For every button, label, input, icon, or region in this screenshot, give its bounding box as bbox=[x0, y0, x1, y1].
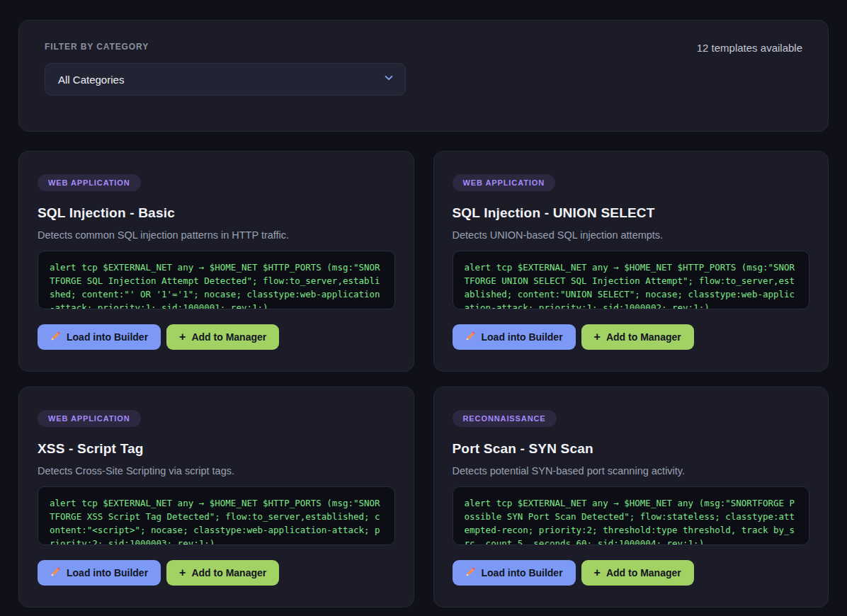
add-to-manager-label: Add to Manager bbox=[191, 331, 266, 343]
template-card-grid: WEB APPLICATION SQL Injection - Basic De… bbox=[18, 151, 829, 608]
rule-code-block: alert tcp $EXTERNAL_NET any → $HOME_NET … bbox=[38, 486, 395, 545]
load-into-builder-label: Load into Builder bbox=[482, 331, 563, 343]
pencil-icon bbox=[50, 331, 61, 343]
template-title: SQL Injection - Basic bbox=[38, 205, 395, 221]
template-description: Detects UNION-based SQL injection attemp… bbox=[453, 229, 810, 241]
category-badge: WEB APPLICATION bbox=[453, 174, 556, 191]
template-library-page: FILTER BY CATEGORY 12 templates availabl… bbox=[0, 0, 847, 608]
add-to-manager-button[interactable]: + Add to Manager bbox=[166, 560, 279, 586]
load-into-builder-label: Load into Builder bbox=[67, 331, 148, 343]
add-to-manager-button[interactable]: + Add to Manager bbox=[581, 560, 694, 586]
pencil-icon bbox=[465, 566, 476, 579]
rule-code: alert tcp $EXTERNAL_NET any → $HOME_NET … bbox=[465, 496, 798, 545]
template-card: WEB APPLICATION SQL Injection - Basic De… bbox=[18, 151, 414, 372]
add-to-manager-label: Add to Manager bbox=[191, 567, 266, 578]
load-into-builder-button[interactable]: Load into Builder bbox=[38, 324, 161, 350]
plus-icon: + bbox=[594, 567, 601, 578]
template-card: WEB APPLICATION SQL Injection - UNION SE… bbox=[433, 151, 829, 372]
load-into-builder-button[interactable]: Load into Builder bbox=[38, 560, 161, 586]
load-into-builder-button[interactable]: Load into Builder bbox=[453, 560, 576, 586]
load-into-builder-label: Load into Builder bbox=[482, 567, 563, 578]
category-badge: WEB APPLICATION bbox=[38, 410, 141, 427]
filter-panel: FILTER BY CATEGORY 12 templates availabl… bbox=[18, 20, 829, 132]
add-to-manager-button[interactable]: + Add to Manager bbox=[581, 324, 694, 350]
plus-icon: + bbox=[594, 331, 601, 343]
template-description: Detects Cross-Site Scripting via script … bbox=[38, 465, 395, 477]
template-title: Port Scan - SYN Scan bbox=[453, 441, 810, 457]
add-to-manager-label: Add to Manager bbox=[606, 331, 681, 343]
rule-code-block: alert tcp $EXTERNAL_NET any → $HOME_NET … bbox=[38, 251, 395, 309]
rule-code-block: alert tcp $EXTERNAL_NET any → $HOME_NET … bbox=[453, 251, 810, 309]
pencil-icon bbox=[465, 331, 476, 343]
filter-by-category-label: FILTER BY CATEGORY bbox=[45, 42, 149, 52]
template-description: Detects potential SYN-based port scannin… bbox=[453, 465, 810, 477]
chevron-down-icon bbox=[384, 73, 394, 86]
add-to-manager-button[interactable]: + Add to Manager bbox=[166, 324, 279, 350]
load-into-builder-label: Load into Builder bbox=[67, 567, 148, 578]
category-badge: RECONNAISSANCE bbox=[453, 410, 557, 427]
load-into-builder-button[interactable]: Load into Builder bbox=[453, 324, 576, 350]
rule-code: alert tcp $EXTERNAL_NET any → $HOME_NET … bbox=[50, 261, 383, 309]
add-to-manager-label: Add to Manager bbox=[606, 567, 681, 578]
templates-available-count: 12 templates available bbox=[697, 42, 802, 54]
category-select[interactable]: All Categories bbox=[45, 63, 406, 96]
plus-icon: + bbox=[179, 567, 186, 578]
plus-icon: + bbox=[179, 331, 186, 343]
rule-code: alert tcp $EXTERNAL_NET any → $HOME_NET … bbox=[50, 496, 383, 545]
rule-code-block: alert tcp $EXTERNAL_NET any → $HOME_NET … bbox=[453, 486, 810, 545]
template-card: RECONNAISSANCE Port Scan - SYN Scan Dete… bbox=[433, 387, 829, 608]
template-title: SQL Injection - UNION SELECT bbox=[453, 205, 810, 221]
template-title: XSS - Script Tag bbox=[38, 441, 395, 457]
category-badge: WEB APPLICATION bbox=[38, 174, 141, 191]
rule-code: alert tcp $EXTERNAL_NET any → $HOME_NET … bbox=[465, 261, 798, 309]
template-description: Detects common SQL injection patterns in… bbox=[38, 229, 395, 241]
template-card: WEB APPLICATION XSS - Script Tag Detects… bbox=[18, 387, 414, 608]
category-select-value: All Categories bbox=[58, 74, 124, 86]
pencil-icon bbox=[50, 566, 61, 579]
